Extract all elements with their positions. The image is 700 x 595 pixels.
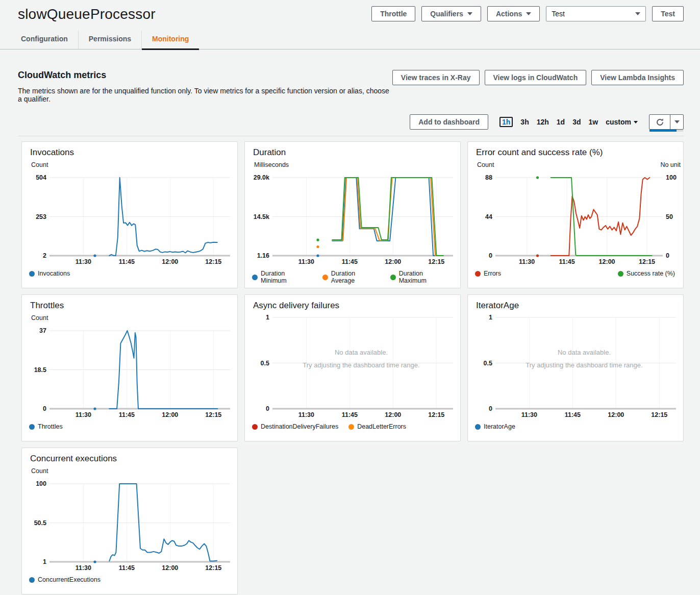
svg-text:44: 44 — [485, 213, 492, 220]
svg-text:Count: Count — [31, 314, 48, 321]
throttle-button-label: Throttle — [380, 10, 407, 18]
svg-text:11:45: 11:45 — [342, 258, 358, 265]
time-range-custom-label: custom — [606, 118, 631, 126]
legend-item[interactable]: IteratorAge — [475, 423, 515, 430]
metrics-header-text: CloudWatch metrics The metrics shown are… — [18, 70, 392, 103]
svg-text:88: 88 — [485, 174, 492, 181]
tab-configuration[interactable]: Configuration — [11, 31, 78, 49]
chart-plot-iterator-age[interactable]: 10.5011:3011:4512:0012:15No data availab… — [468, 312, 684, 421]
chevron-down-icon — [634, 121, 638, 123]
test-button[interactable]: Test — [652, 6, 684, 21]
chart-plot-duration[interactable]: Milliseconds29.0k14.5k1.1611:3011:4512:0… — [245, 159, 461, 268]
view-traces-xray-button[interactable]: View traces in X-Ray — [392, 70, 480, 85]
tab-permissions[interactable]: Permissions — [78, 31, 141, 49]
legend-item[interactable]: ConcurrentExecutions — [29, 576, 101, 583]
metrics-header: CloudWatch metrics The metrics shown are… — [0, 49, 700, 103]
tab-bar: Configuration Permissions Monitoring — [0, 31, 700, 49]
svg-text:50.5: 50.5 — [34, 519, 46, 527]
time-range-custom[interactable]: custom — [606, 118, 638, 126]
legend-label: ConcurrentExecutions — [38, 576, 101, 583]
chart-card-invocations: InvocationsCount504253211:3011:4512:0012… — [21, 141, 238, 288]
chart-card-throttles: ThrottlesCount3718.5011:3011:4512:0012:1… — [21, 294, 238, 441]
time-range-12h[interactable]: 12h — [537, 118, 549, 126]
svg-text:No data available.: No data available. — [335, 349, 388, 356]
legend-item[interactable]: Throttles — [29, 423, 63, 430]
chart-legend-invocations: Invocations — [22, 268, 237, 277]
refresh-button[interactable] — [649, 115, 670, 129]
svg-text:12:15: 12:15 — [205, 564, 221, 572]
svg-text:11:45: 11:45 — [119, 564, 135, 572]
add-to-dashboard-button[interactable]: Add to dashboard — [410, 114, 488, 130]
svg-text:2: 2 — [43, 252, 46, 259]
legend-label: Invocations — [38, 270, 70, 277]
svg-text:Count: Count — [477, 161, 494, 168]
chart-plot-throttles[interactable]: Count3718.5011:3011:4512:0012:15 — [22, 312, 238, 421]
svg-text:Count: Count — [31, 467, 48, 475]
time-range-selector: 1h 3h 12h 1d 3d 1w custom — [499, 117, 638, 127]
actions-button[interactable]: Actions — [487, 6, 540, 21]
test-event-select[interactable]: Test — [546, 6, 646, 21]
chart-plot-invocations[interactable]: Count504253211:3011:4512:0012:15 — [22, 159, 238, 268]
svg-text:50: 50 — [666, 213, 673, 220]
refresh-options-button[interactable] — [670, 115, 683, 129]
legend-label: Errors — [484, 270, 501, 277]
svg-text:No unit: No unit — [660, 161, 681, 168]
legend-item[interactable]: Duration Maximum — [390, 270, 452, 284]
svg-text:504: 504 — [36, 174, 46, 181]
metrics-cards-grid: InvocationsCount504253211:3011:4512:0012… — [0, 136, 700, 594]
chevron-down-icon — [674, 120, 680, 123]
svg-text:12:15: 12:15 — [428, 411, 444, 418]
throttle-button[interactable]: Throttle — [371, 6, 415, 21]
test-event-select-value: Test — [552, 10, 565, 18]
time-range-1d[interactable]: 1d — [557, 118, 565, 126]
svg-text:100: 100 — [36, 480, 46, 487]
svg-text:Count: Count — [31, 161, 48, 168]
qualifiers-button-label: Qualifiers — [430, 10, 463, 18]
actions-button-label: Actions — [496, 10, 522, 18]
chart-plot-errors[interactable]: CountNo unit8810044500011:3011:4512:0012… — [468, 159, 684, 268]
svg-text:1.16: 1.16 — [257, 252, 269, 259]
chart-title-invocations: Invocations — [22, 142, 237, 159]
time-range-1h[interactable]: 1h — [499, 117, 513, 127]
svg-text:Try adjusting the dashboard ti: Try adjusting the dashboard time range. — [526, 361, 642, 369]
legend-item[interactable]: Invocations — [29, 270, 70, 277]
chart-card-errors: Error count and success rate (%)CountNo … — [467, 141, 684, 288]
time-range-1w[interactable]: 1w — [589, 118, 598, 126]
legend-item[interactable]: Duration Minimum — [252, 270, 312, 284]
chart-title-duration: Duration — [245, 142, 460, 159]
legend-label: IteratorAge — [484, 423, 515, 430]
chart-plot-async-delivery-failures[interactable]: 10.5011:3011:4512:0012:15No data availab… — [245, 312, 461, 421]
qualifiers-button[interactable]: Qualifiers — [421, 6, 481, 21]
legend-color-dot — [252, 275, 258, 280]
legend-color-dot — [475, 424, 481, 430]
svg-text:1: 1 — [266, 314, 269, 321]
svg-text:12:00: 12:00 — [162, 258, 178, 265]
chart-legend-concurrent-executions: ConcurrentExecutions — [22, 574, 237, 583]
view-lambda-insights-button[interactable]: View Lambda Insights — [591, 70, 684, 85]
svg-text:No data available.: No data available. — [558, 349, 611, 356]
legend-item[interactable]: DestinationDeliveryFailures — [252, 423, 338, 430]
svg-text:11:30: 11:30 — [521, 411, 537, 418]
tab-monitoring[interactable]: Monitoring — [141, 31, 199, 49]
chart-title-errors: Error count and success rate (%) — [468, 142, 683, 159]
legend-item[interactable]: DeadLetterErrors — [348, 423, 406, 430]
svg-text:11:30: 11:30 — [298, 411, 314, 418]
legend-item[interactable]: Errors — [475, 270, 501, 277]
chevron-down-icon — [467, 12, 472, 15]
svg-text:1: 1 — [489, 314, 492, 321]
legend-item[interactable]: Success rate (%) — [618, 270, 675, 277]
chart-plot-concurrent-executions[interactable]: Count10050.5111:3011:4512:0012:15 — [22, 465, 238, 574]
legend-color-dot — [29, 424, 35, 430]
legend-color-dot — [618, 271, 623, 277]
svg-text:Milliseconds: Milliseconds — [254, 161, 289, 168]
chart-legend-duration: Duration MinimumDuration AverageDuration… — [245, 268, 460, 284]
view-logs-cloudwatch-button[interactable]: View logs in CloudWatch — [485, 70, 587, 85]
svg-text:11:30: 11:30 — [76, 258, 91, 265]
time-range-3h[interactable]: 3h — [520, 118, 529, 126]
time-range-3d[interactable]: 3d — [572, 118, 581, 126]
svg-text:0: 0 — [489, 252, 492, 259]
svg-text:11:30: 11:30 — [519, 258, 535, 265]
chart-card-duration: DurationMilliseconds29.0k14.5k1.1611:301… — [244, 141, 461, 288]
svg-text:12:00: 12:00 — [385, 258, 401, 265]
legend-item[interactable]: Duration Average — [322, 270, 380, 284]
